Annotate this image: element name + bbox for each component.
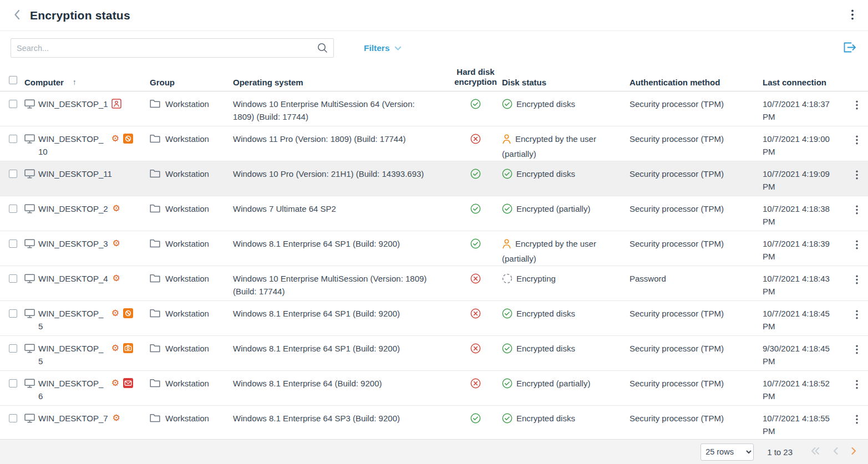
authentication-method-text: Security processor (TPM)	[630, 377, 763, 390]
disk-status-text: Encrypted by the user (partially)	[502, 239, 596, 263]
disk-status-cell: Encrypting	[502, 272, 630, 287]
disk-status-icon	[502, 169, 512, 182]
export-button[interactable]	[841, 39, 858, 57]
row-checkbox[interactable]	[9, 274, 17, 283]
row-checkbox[interactable]	[9, 170, 17, 178]
authentication-method-text: Security processor (TPM)	[630, 202, 763, 215]
row-menu-button[interactable]	[852, 203, 861, 218]
hard-disk-encryption-status-icon	[470, 99, 481, 113]
row-menu-button[interactable]	[852, 343, 861, 358]
row-menu-button[interactable]	[852, 273, 861, 288]
row-menu-button[interactable]	[852, 238, 861, 253]
row-checkbox[interactable]	[9, 344, 17, 353]
group-name: Workstation	[165, 377, 209, 390]
computer-name: WIN_DESKTOP_10	[38, 132, 107, 159]
page-menu-button[interactable]	[847, 7, 858, 24]
row-menu-button[interactable]	[852, 378, 861, 393]
group-name: Workstation	[165, 167, 209, 180]
kebab-menu-icon	[856, 243, 858, 251]
group-name: Workstation	[165, 132, 209, 145]
kebab-menu-icon	[856, 383, 858, 391]
disk-status-cell: Encrypted (partially)	[502, 202, 630, 217]
chevron-left-icon	[833, 448, 839, 457]
rows-per-page-select[interactable]: 25 rows	[701, 443, 754, 461]
column-header-hard-disk-encryption[interactable]: Hard disk encryption	[449, 67, 502, 87]
back-button[interactable]	[11, 8, 22, 23]
last-connection-text: 10/7/2021 4:18:38 PM	[763, 202, 846, 228]
disk-status-text: Encrypted disks	[516, 99, 575, 109]
row-menu-button[interactable]	[852, 168, 861, 183]
disk-status-text: Encrypted disks	[516, 309, 575, 318]
row-checkbox[interactable]	[9, 100, 17, 108]
row-menu-button[interactable]	[852, 98, 861, 114]
table-row[interactable]: WIN_DESKTOP_3 ⚙ Workstation Windows 8.1 …	[0, 231, 868, 266]
folder-icon	[150, 274, 160, 285]
monitor-icon	[24, 344, 35, 368]
pagination-first-button[interactable]	[807, 445, 824, 458]
operating-system-text: Windows 8.1 Enterprise 64 SP3 (Build: 92…	[233, 412, 449, 425]
computer-badges: ⚙	[110, 134, 133, 159]
row-checkbox[interactable]	[9, 379, 17, 387]
search-input[interactable]	[11, 38, 334, 58]
table-row[interactable]: WIN_DESKTOP_1 Workstation Windows 10 Ent…	[0, 91, 868, 126]
table-row[interactable]: WIN_DESKTOP_11 Workstation Windows 10 Pr…	[0, 161, 868, 196]
disk-status-icon	[502, 343, 512, 357]
operating-system-text: Windows 8.1 Enterprise 64 (Build: 9200)	[233, 377, 449, 390]
disk-status-icon	[502, 99, 512, 113]
filters-button[interactable]: Filters	[361, 43, 405, 54]
table-row[interactable]: WIN_DESKTOP_5 ⚙ Workstation Windows 8.1 …	[0, 301, 868, 336]
table-row[interactable]: WIN_DESKTOP_2 ⚙ Workstation Windows 7 Ul…	[0, 196, 868, 231]
hard-disk-encryption-status-icon	[470, 134, 481, 147]
table-row[interactable]: WIN_DESKTOP_4 ⚙ Workstation Windows 10 E…	[0, 266, 868, 301]
column-header-group[interactable]: Group	[150, 78, 233, 87]
last-connection-text: 10/7/2021 4:18:37 PM	[763, 98, 846, 124]
row-checkbox[interactable]	[9, 239, 17, 248]
pagination-next-button[interactable]	[847, 445, 860, 458]
table-row[interactable]: WIN_DESKTOP_6 ⚙ Workstation Windows 8.1 …	[0, 371, 868, 406]
page-title: Encryption status	[30, 9, 130, 22]
row-menu-button[interactable]	[852, 412, 861, 428]
column-header-operating-system[interactable]: Operating system	[233, 78, 449, 87]
select-all-checkbox[interactable]	[9, 76, 17, 84]
chevron-left-icon	[13, 9, 20, 22]
pagination-previous-button[interactable]	[829, 445, 842, 458]
column-header-authentication-method[interactable]: Authentication method	[630, 78, 763, 87]
export-icon	[842, 48, 857, 56]
camera-badge-icon	[123, 343, 133, 353]
operating-system-text: Windows 10 Pro (Version: 21H1) (Build: 1…	[233, 167, 449, 180]
column-header-last-connection[interactable]: Last connection	[763, 78, 846, 87]
group-name: Workstation	[165, 412, 209, 425]
mail-alert-badge-icon	[123, 378, 133, 388]
kebab-menu-icon	[856, 138, 858, 146]
computer-badges: ⚙	[111, 413, 121, 425]
row-menu-button[interactable]	[852, 308, 861, 323]
computer-name: WIN_DESKTOP_11	[38, 167, 112, 180]
row-checkbox[interactable]	[9, 309, 17, 318]
column-header-disk-status[interactable]: Disk status	[502, 78, 630, 87]
table-row[interactable]: WIN_DESKTOP_5 ⚙ Workstation Windows 8.1 …	[0, 336, 868, 371]
kebab-menu-icon	[856, 313, 858, 321]
operating-system-text: Windows 10 Enterprise MultiSession (Vers…	[233, 272, 449, 298]
gear-badge-icon: ⚙	[110, 378, 120, 388]
gear-badge-icon: ⚙	[111, 238, 121, 248]
disk-status-icon	[502, 413, 512, 427]
row-checkbox[interactable]	[9, 135, 17, 143]
authentication-method-text: Security processor (TPM)	[630, 98, 763, 110]
pagination-bar: 25 rows 1 to 23	[0, 439, 868, 464]
row-menu-button[interactable]	[852, 133, 861, 149]
gear-badge-icon: ⚙	[110, 343, 120, 353]
column-header-computer[interactable]: Computer ↑	[24, 78, 150, 87]
disk-status-text: Encrypting	[516, 274, 556, 283]
table-row[interactable]: WIN_DESKTOP_7 ⚙ Workstation Windows 8.1 …	[0, 406, 868, 440]
computer-badges: ⚙	[110, 343, 133, 368]
folder-icon	[150, 379, 160, 390]
gear-badge-icon: ⚙	[111, 413, 121, 423]
row-checkbox[interactable]	[9, 414, 17, 422]
table-row[interactable]: WIN_DESKTOP_10 ⚙ Workstation Windows 11 …	[0, 126, 868, 161]
row-checkbox[interactable]	[9, 205, 17, 213]
hard-disk-encryption-status-icon	[470, 169, 481, 182]
operating-system-text: Windows 8.1 Enterprise 64 SP1 (Build: 92…	[233, 307, 449, 320]
disk-status-cell: Encrypted disks	[502, 98, 630, 113]
last-connection-text: 10/7/2021 4:18:39 PM	[763, 237, 846, 263]
disk-status-icon	[502, 134, 511, 147]
